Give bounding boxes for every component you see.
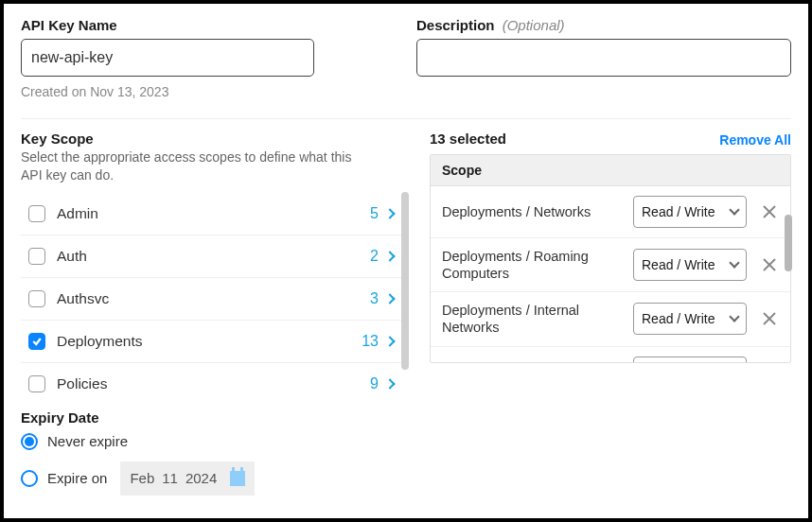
description-label-text: Description <box>416 17 495 33</box>
table-header-scope: Scope <box>431 155 790 186</box>
key-scope-subtitle: Select the appropriate access scopes to … <box>21 148 371 184</box>
key-scope-title: Key Scope <box>21 130 409 147</box>
checkbox-icon[interactable] <box>28 290 45 307</box>
remove-row-button[interactable] <box>756 305 783 332</box>
scope-item-label: Admin <box>57 205 370 222</box>
scope-item-label: Deployments <box>57 333 362 350</box>
scope-item-count: 5 <box>370 205 379 222</box>
calendar-icon[interactable] <box>230 471 245 486</box>
radio-expire-on[interactable]: Expire on Feb 11 2024 <box>21 461 409 496</box>
remove-row-button[interactable] <box>756 359 783 363</box>
row-scope-label: Deployments / Roaming Computers <box>442 248 624 282</box>
selected-scopes-body[interactable]: Deployments / Networks Read / Write Depl… <box>431 186 790 362</box>
scope-item-label: Auth <box>57 248 370 265</box>
created-on-text: Created on Nov 13, 2023 <box>21 84 396 99</box>
checkbox-icon[interactable] <box>28 248 45 265</box>
chevron-right-icon <box>384 293 395 304</box>
optional-text: (Optional) <box>503 17 565 33</box>
scope-item-label: Authsvc <box>57 290 370 307</box>
checkbox-icon[interactable] <box>28 375 45 392</box>
chevron-right-icon <box>384 208 395 218</box>
scope-item-auth[interactable]: Auth 2 <box>21 235 409 278</box>
radio-icon[interactable] <box>21 470 38 487</box>
scope-item-deployments[interactable]: Deployments 13 <box>21 321 409 363</box>
remove-row-button[interactable] <box>756 252 783 278</box>
chevron-down-icon <box>729 257 739 268</box>
date-month: Feb <box>130 470 154 486</box>
scrollbar[interactable] <box>401 192 409 398</box>
remove-all-button[interactable]: Remove All <box>719 132 791 148</box>
chevron-right-icon <box>384 378 395 389</box>
api-key-name-label: API Key Name <box>21 17 396 33</box>
table-row: Deployments / Internal Read / Write <box>431 347 790 363</box>
permission-select[interactable]: Read / Write <box>633 357 747 363</box>
permission-select[interactable]: Read / Write <box>633 196 747 228</box>
expiry-date-title: Expiry Date <box>21 409 409 426</box>
date-day: 11 <box>162 470 178 486</box>
row-scope-label: Deployments / Internal Networks <box>442 302 624 336</box>
description-label: Description (Optional) <box>416 17 791 33</box>
description-input[interactable] <box>416 39 791 77</box>
checkbox-checked-icon[interactable] <box>28 333 45 350</box>
radio-never-expire[interactable]: Never expire <box>21 433 409 450</box>
scope-item-label: Policies <box>57 375 370 392</box>
api-key-name-input[interactable] <box>21 39 314 77</box>
divider <box>21 118 791 119</box>
table-row: Deployments / Networks Read / Write <box>431 186 790 238</box>
permission-select[interactable]: Read / Write <box>633 303 747 335</box>
checkbox-icon[interactable] <box>28 205 45 222</box>
scope-list[interactable]: Admin 5 Auth 2 Authsvc 3 <box>21 192 409 398</box>
permission-value: Read / Write <box>642 311 715 326</box>
radio-checked-icon[interactable] <box>21 433 38 450</box>
scope-item-count: 9 <box>370 375 379 392</box>
table-row: Deployments / Roaming Computers Read / W… <box>431 238 790 292</box>
permission-select[interactable]: Read / Write <box>633 249 747 281</box>
permission-value: Read / Write <box>642 257 715 272</box>
selected-scopes-table: Scope Deployments / Networks Read / Writ… <box>430 154 791 363</box>
date-year: 2024 <box>185 470 217 486</box>
scope-item-count: 2 <box>370 248 379 265</box>
permission-value: Read / Write <box>642 204 715 219</box>
remove-row-button[interactable] <box>756 199 783 225</box>
table-row: Deployments / Internal Networks Read / W… <box>431 292 790 346</box>
date-picker[interactable]: Feb 11 2024 <box>120 461 255 496</box>
never-expire-label: Never expire <box>47 433 128 449</box>
expire-on-label: Expire on <box>47 470 107 486</box>
scope-item-count: 13 <box>362 333 379 350</box>
chevron-right-icon <box>384 251 395 261</box>
row-scope-label: Deployments / Networks <box>442 203 624 220</box>
selected-count-label: 13 selected <box>430 130 506 147</box>
chevron-down-icon <box>729 204 739 215</box>
scope-item-policies[interactable]: Policies 9 <box>21 363 409 398</box>
chevron-down-icon <box>729 312 739 322</box>
scope-item-authsvc[interactable]: Authsvc 3 <box>21 278 409 321</box>
chevron-right-icon <box>384 336 395 346</box>
scope-item-admin[interactable]: Admin 5 <box>21 193 409 235</box>
scrollbar[interactable] <box>785 215 792 271</box>
scope-item-count: 3 <box>370 290 379 307</box>
